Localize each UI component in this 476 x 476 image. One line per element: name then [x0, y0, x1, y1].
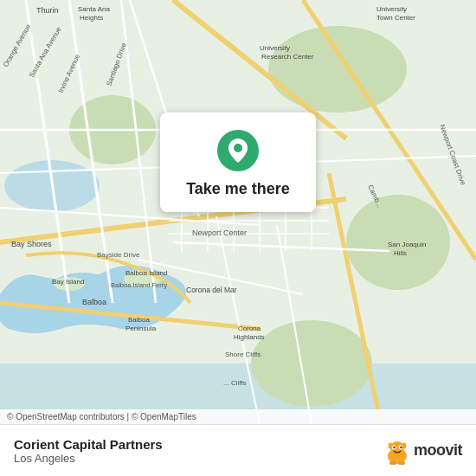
svg-text:Hills: Hills [394, 249, 407, 257]
svg-text:Balboa Island: Balboa Island [125, 269, 167, 277]
svg-text:Heights: Heights [80, 14, 103, 22]
svg-text:Bay Shores: Bay Shores [11, 240, 52, 248]
svg-point-6 [268, 26, 407, 113]
svg-text:Town Center: Town Center [376, 14, 415, 22]
svg-text:Research Center: Research Center [261, 53, 314, 61]
svg-text:Shore Cliffs: Shore Cliffs [225, 351, 261, 358]
bottom-bar: Corient Capital Partners Los Angeles [0, 424, 476, 476]
svg-point-73 [388, 442, 392, 448]
svg-text:Santa Ana: Santa Ana [78, 5, 110, 13]
svg-text:Balboa Island Ferry: Balboa Island Ferry [111, 281, 167, 289]
svg-text:Corona: Corona [238, 325, 261, 332]
location-name: Corient Capital Partners [14, 437, 163, 452]
svg-text:Thurin: Thurin [36, 6, 59, 15]
moovit-logo: moovit [384, 437, 462, 465]
map-background: Thurin Santa Ana Heights University Town… [0, 0, 476, 424]
svg-text:Peninsula: Peninsula [125, 325, 157, 332]
svg-point-71 [393, 446, 395, 447]
svg-text:Corona del Mar: Corona del Mar [186, 286, 237, 294]
map-attribution: © OpenStreetMap contributors | © OpenMap… [0, 409, 476, 424]
svg-text:Bayside Drive: Bayside Drive [97, 251, 140, 259]
svg-text:University: University [260, 44, 290, 52]
moovit-mascot-icon [384, 437, 410, 465]
location-city: Los Angeles [14, 452, 163, 465]
svg-text:Newport Center: Newport Center [192, 228, 247, 237]
map-container: Thurin Santa Ana Heights University Town… [0, 0, 476, 476]
take-me-there-label: Take me there [186, 180, 290, 198]
svg-point-8 [251, 320, 372, 407]
svg-point-72 [400, 446, 402, 447]
location-pin-icon [217, 130, 259, 171]
svg-text:San Joaquin: San Joaquin [388, 241, 426, 248]
svg-text:Highlands: Highlands [234, 333, 265, 341]
svg-text:Balboa: Balboa [82, 298, 106, 306]
svg-point-74 [402, 442, 406, 448]
svg-point-66 [234, 144, 242, 152]
moovit-logo-text: moovit [414, 441, 462, 460]
action-card[interactable]: Take me there [160, 113, 316, 212]
svg-text:University: University [376, 5, 407, 13]
svg-text:Bay Island: Bay Island [52, 278, 84, 286]
svg-text:Balboa: Balboa [128, 316, 150, 324]
svg-text:... Cliffs: ... Cliffs [223, 379, 247, 387]
location-info: Corient Capital Partners Los Angeles [14, 437, 163, 465]
